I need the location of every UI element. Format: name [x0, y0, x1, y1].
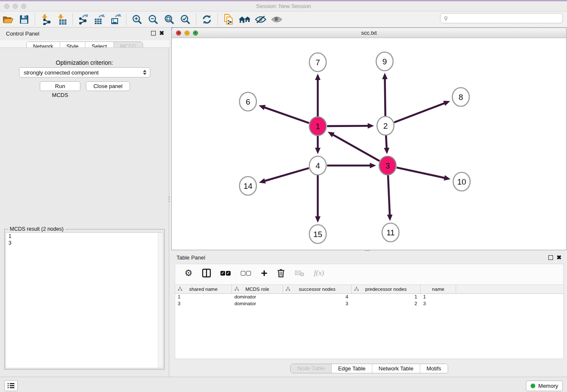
zoom-out-button[interactable] [145, 13, 161, 26]
result-scrollbar[interactable] [158, 233, 163, 368]
table-cell[interactable]: 4 [283, 294, 352, 301]
graph-node-1[interactable]: 1 [309, 117, 326, 135]
table-row[interactable]: 1dominator411 [175, 294, 563, 301]
edge-1-6[interactable] [264, 107, 309, 123]
node-label: 11 [386, 228, 395, 237]
tab-network-table[interactable]: Network Table [372, 364, 420, 373]
column-header-predecessor-nodes[interactable]: predecessor nodes [352, 285, 421, 293]
network-canvas[interactable]: 7968124314101511 [172, 38, 566, 250]
table-cell[interactable]: 1 [421, 294, 456, 301]
graph-node-4[interactable]: 4 [309, 156, 326, 175]
search-input[interactable] [450, 15, 562, 22]
delete-table-icon [295, 269, 305, 277]
graph-node-7[interactable]: 7 [309, 53, 326, 72]
zoom-selected-icon [180, 14, 191, 25]
close-panel-icon[interactable]: ✖ [159, 30, 164, 36]
column-view-button[interactable] [202, 268, 211, 279]
edge-3-10[interactable] [396, 168, 445, 178]
edge-2-3[interactable] [386, 135, 387, 149]
new-network-from-selection-button[interactable] [220, 13, 237, 26]
column-header-shared-name[interactable]: shared name [175, 285, 232, 293]
close-table-panel-icon[interactable]: ✖ [556, 254, 561, 260]
select-all-button[interactable]: ✓✓ [220, 268, 231, 279]
edge-2-8[interactable] [394, 103, 445, 122]
show-details-button[interactable] [269, 13, 285, 26]
unchecked-box-icon [246, 271, 251, 276]
edge-4-14[interactable] [264, 168, 308, 181]
graph-node-6[interactable]: 6 [239, 92, 256, 111]
minimize-window-button[interactable] [13, 4, 18, 9]
open-session-button[interactable] [0, 13, 16, 26]
graph-node-14[interactable]: 14 [239, 177, 256, 195]
deselect-all-button[interactable] [241, 268, 252, 279]
show-panels-button[interactable] [4, 380, 18, 391]
close-window-button[interactable] [4, 4, 9, 9]
graph-node-3[interactable]: 3 [379, 156, 396, 175]
table-panel: Table Panel ✖ ⚙ ✓✓ + [171, 252, 567, 377]
float-panel-icon[interactable] [151, 31, 156, 36]
mcds-result-line: 1 [6, 233, 163, 240]
add-column-button[interactable]: + [261, 268, 267, 279]
tab-node-table[interactable]: Node Table [291, 364, 331, 373]
column-header-name[interactable]: name [421, 285, 456, 293]
zoom-selected-button[interactable] [177, 13, 193, 26]
graph-node-8[interactable]: 8 [452, 88, 469, 106]
table-cell[interactable]: 2 [352, 301, 421, 307]
table-row[interactable]: 3dominator323 [175, 301, 563, 307]
hide-details-button[interactable] [253, 13, 269, 26]
home-button[interactable] [237, 13, 253, 26]
table-cell[interactable]: 3 [283, 301, 352, 307]
memory-button[interactable]: Memory [526, 381, 563, 391]
table-settings-button[interactable]: ⚙ [184, 268, 193, 279]
edge-3-11[interactable] [388, 175, 390, 215]
import-table-button[interactable] [54, 13, 70, 26]
optimization-criterion-select[interactable]: strongly connected component [19, 67, 150, 77]
close-panel-button[interactable]: Close panel [86, 81, 130, 91]
delete-column-button[interactable] [277, 268, 285, 279]
table-cell[interactable]: 1 [352, 294, 421, 301]
graph-node-15[interactable]: 15 [309, 225, 326, 243]
save-session-button[interactable] [16, 13, 32, 26]
zoom-in-button[interactable] [129, 13, 145, 26]
column-header-successor-nodes[interactable]: successor nodes [283, 285, 352, 293]
maximize-network-button[interactable]: + [193, 30, 198, 36]
graph-node-9[interactable]: 9 [376, 52, 393, 71]
node-label: 7 [316, 58, 320, 67]
run-mcds-button[interactable]: Run MCDS [40, 81, 80, 91]
network-window-title: scc.txt [172, 28, 566, 38]
tab-edge-table[interactable]: Edge Table [331, 364, 372, 373]
maximize-window-button[interactable] [21, 4, 26, 9]
mcds-result-textarea[interactable]: 13 [6, 232, 163, 368]
table-cell[interactable]: 1 [175, 294, 232, 301]
table-cell[interactable]: 3 [175, 301, 232, 307]
table-cell[interactable]: 3 [421, 301, 456, 307]
tab-motifs[interactable]: Motifs [420, 364, 448, 373]
table-cell[interactable]: dominator [232, 294, 283, 301]
eye-icon [271, 15, 283, 24]
node-label: 2 [383, 121, 388, 130]
import-network-button[interactable] [38, 13, 54, 26]
graph-node-2[interactable]: 2 [377, 116, 394, 135]
close-network-button[interactable]: ✕ [176, 30, 181, 36]
node-table-container: ⚙ ✓✓ + [175, 264, 564, 359]
zoom-fit-button[interactable] [161, 13, 177, 26]
edge-3-1[interactable] [333, 135, 380, 161]
table-cell[interactable]: dominator [232, 301, 283, 307]
refresh-view-button[interactable] [199, 13, 215, 26]
graph-node-10[interactable]: 10 [453, 172, 470, 191]
edge-2-9[interactable] [385, 78, 385, 116]
export-network-button[interactable] [75, 13, 91, 26]
search-box[interactable]: ⚲ [440, 13, 563, 23]
minimize-network-button[interactable]: − [184, 30, 190, 36]
column-header-mcds-role[interactable]: MCDS role [232, 285, 283, 293]
dropdown-stepper-icon [141, 69, 148, 76]
edge-1-2[interactable] [327, 126, 369, 126]
export-image-button[interactable] [107, 13, 124, 26]
graph-node-11[interactable]: 11 [382, 223, 399, 242]
gear-icon: ⚙ [184, 268, 193, 278]
network-window-titlebar[interactable]: ✕ − + scc.txt [172, 28, 566, 38]
vertical-splitter[interactable] [168, 196, 171, 203]
export-table-button[interactable] [91, 13, 107, 26]
float-table-panel-icon[interactable] [548, 255, 553, 260]
node-label: 10 [457, 177, 466, 186]
